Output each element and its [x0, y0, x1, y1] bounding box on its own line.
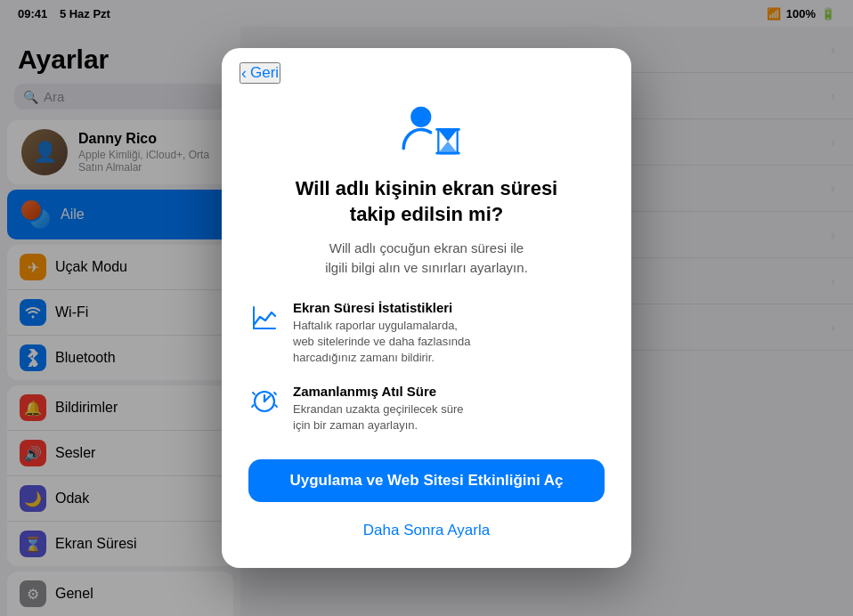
feature-downtime-text: Zamanlanmış Atıl Süre Ekrandan uzakta ge…	[293, 384, 464, 434]
modal-body: Will adlı kişinin ekran süresitakip edil…	[222, 84, 631, 567]
back-button[interactable]: ‹ Geri	[240, 62, 280, 84]
svg-point-0	[410, 107, 431, 127]
primary-button[interactable]: Uygulama ve Web Sitesi Etkinliğini Aç	[248, 459, 605, 502]
feature-stats-title: Ekran Süresi İstatistikleri	[293, 300, 470, 315]
feature-item-downtime: Zamanlanmış Atıl Süre Ekrandan uzakta ge…	[248, 384, 605, 434]
stats-icon	[248, 302, 280, 334]
hero-icon	[248, 98, 605, 160]
back-chevron-icon: ‹	[241, 65, 247, 81]
modal-header: ‹ Geri	[222, 48, 631, 84]
modal-subtitle: Will adlı çocuğun ekran süresi ileilgili…	[248, 239, 605, 279]
feature-stats-text: Ekran Süresi İstatistikleri Haftalık rap…	[293, 300, 470, 367]
feature-stats-desc: Haftalık raporlar uygulamalarda,web site…	[293, 318, 470, 367]
secondary-button[interactable]: Daha Sonra Ayarla	[248, 515, 605, 547]
modal-overlay: ‹ Geri	[0, 0, 853, 616]
feature-item-stats: Ekran Süresi İstatistikleri Haftalık rap…	[248, 300, 605, 367]
feature-downtime-title: Zamanlanmış Atıl Süre	[293, 384, 464, 399]
modal-dialog: ‹ Geri	[222, 48, 631, 567]
modal-title: Will adlı kişinin ekran süresitakip edil…	[248, 176, 605, 227]
feature-list: Ekran Süresi İstatistikleri Haftalık rap…	[248, 300, 605, 434]
downtime-icon	[248, 385, 280, 417]
feature-downtime-desc: Ekrandan uzakta geçirilecek süreiçin bir…	[293, 401, 464, 434]
back-label: Geri	[250, 64, 279, 82]
